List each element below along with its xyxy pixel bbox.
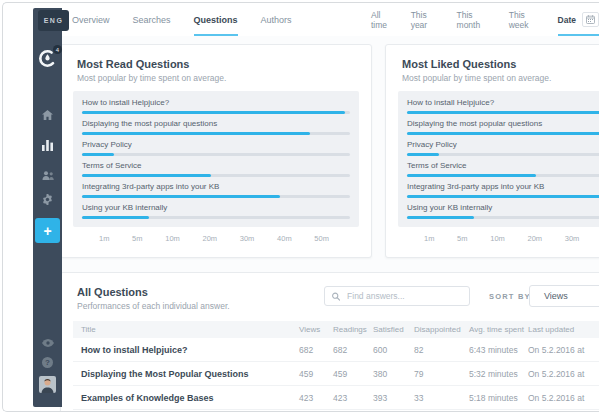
cell-disappointed: 79 — [414, 369, 469, 379]
chart-bar-label: Terms of Service — [82, 161, 350, 171]
sidebar-item-settings[interactable] — [33, 194, 62, 205]
settings-gear-icon — [42, 194, 53, 205]
column-header-title: Title — [81, 325, 299, 334]
chart-bar-track — [407, 111, 599, 114]
axis-tick-label: 20m — [528, 234, 543, 243]
chart-bar-item: Displaying the most popular questions — [407, 119, 599, 135]
add-button[interactable]: + — [35, 218, 60, 243]
card-title: Most Liked Questions — [402, 58, 599, 70]
chart-bar-track — [407, 132, 599, 135]
chart-bar — [407, 174, 536, 177]
axis-tick-label: 50m — [314, 234, 329, 243]
bar-chart: How to install Helpjuice?Displaying the … — [398, 91, 599, 227]
x-axis-ticks: 1m5m10m20m30m40m50m — [398, 234, 599, 243]
filter-this-year[interactable]: This year — [411, 3, 442, 36]
chart-bar-item: Displaying the most popular questions — [82, 119, 350, 135]
filter-date-group[interactable]: Date — [558, 3, 599, 36]
cell-views: 682 — [299, 345, 333, 355]
chart-bar — [407, 111, 599, 114]
avatar-photo — [39, 376, 56, 393]
chart-bar-item: Integrating 3rd-party apps into your KB — [407, 182, 599, 198]
cell-views: 423 — [299, 393, 333, 403]
sort-dropdown[interactable]: Views — [529, 285, 599, 307]
sidebar-item-analytics[interactable] — [33, 140, 62, 151]
chart-bar-label: Integrating 3rd-party apps into your KB — [82, 182, 350, 192]
chart-bar — [82, 174, 211, 177]
eye-icon — [42, 339, 54, 347]
card-header: Most Liked Questions Most popular by tim… — [386, 45, 599, 83]
chart-bar-item: Using your KB internally — [82, 203, 350, 219]
cell-readings: 459 — [333, 369, 373, 379]
most-liked-questions-card: Most Liked Questions Most popular by tim… — [385, 44, 599, 258]
cell-avg_time: 5:32 minutes — [469, 369, 528, 379]
tab-authors[interactable]: Authors — [261, 3, 292, 36]
cell-avg_time: 5:18 minutes — [469, 393, 528, 403]
notification-badge: 4 — [53, 45, 62, 54]
sidebar-item-home[interactable] — [33, 110, 62, 120]
cell-title[interactable]: Displaying the Most Popular Questions — [81, 369, 299, 379]
tab-overview[interactable]: Overview — [72, 3, 110, 36]
cell-last_updated: On 5.2.2016 at — [528, 393, 599, 403]
time-filters: All time This year This month This week … — [371, 3, 599, 36]
axis-tick-label: 30m — [565, 234, 580, 243]
chart-bar-track — [407, 153, 599, 156]
analytics-icon — [42, 140, 53, 151]
help-icon: ? — [42, 357, 53, 368]
cell-views: 459 — [299, 369, 333, 379]
table-row[interactable]: How to install Helpjuice?682682600826:43… — [73, 338, 599, 362]
calendar-icon — [586, 15, 595, 24]
user-avatar[interactable] — [33, 376, 62, 393]
chart-bar-track — [82, 174, 350, 177]
sidebar-item-users[interactable] — [33, 171, 62, 180]
chart-bar — [407, 132, 599, 135]
table-row[interactable]: Examples of Knowledge Bases423423393335:… — [73, 386, 599, 410]
chart-bar-track — [407, 195, 599, 198]
x-axis-ticks: 1m5m10m20m30m40m50m — [73, 234, 359, 243]
tab-searches[interactable]: Searches — [133, 3, 171, 36]
workspace-logo[interactable]: ENG — [38, 10, 69, 31]
date-picker-button[interactable] — [582, 12, 599, 27]
axis-tick-label: 10m — [165, 234, 180, 243]
chart-bar — [82, 195, 280, 198]
chart-bar-item: Using your KB internally — [407, 203, 599, 219]
column-header-disappointed: Disappointed — [414, 325, 469, 334]
column-header-readings: Readings — [333, 325, 373, 334]
axis-tick-label: 5m — [457, 234, 467, 243]
cell-last_updated: On 5.2.2016 at — [528, 345, 599, 355]
cell-disappointed: 82 — [414, 345, 469, 355]
filter-this-month[interactable]: This month — [457, 3, 494, 36]
axis-tick-label: 1m — [99, 234, 109, 243]
filter-this-week[interactable]: This week — [509, 3, 543, 36]
chart-bar-track — [82, 195, 350, 198]
chart-bar-label: Privacy Policy — [407, 140, 599, 150]
chart-bar-label: Using your KB internally — [407, 203, 599, 213]
sidebar-item-visibility[interactable] — [33, 339, 62, 347]
axis-tick-label: 20m — [203, 234, 218, 243]
cell-title[interactable]: How to install Helpjuice? — [81, 345, 299, 355]
bar-chart: How to install Helpjuice?Displaying the … — [73, 91, 359, 227]
chart-bar-track — [82, 132, 350, 135]
filter-date[interactable]: Date — [558, 15, 576, 25]
cell-avg_time: 6:43 minutes — [469, 345, 528, 355]
cell-title[interactable]: Examples of Knowledge Bases — [81, 393, 299, 403]
helpjuice-logo[interactable]: 4 — [33, 48, 62, 69]
filter-all-time[interactable]: All time — [371, 3, 396, 36]
chart-bar-label: Displaying the most popular questions — [407, 119, 599, 129]
chart-bar — [82, 132, 310, 135]
column-header-satisfied: Satisfied — [373, 325, 414, 334]
all-questions-card: All Questions Performances of each indiv… — [60, 272, 599, 412]
column-header-views: Views — [299, 325, 333, 334]
axis-tick-label: 40m — [277, 234, 292, 243]
chart-bar-label: Terms of Service — [407, 161, 599, 171]
search-icon — [332, 292, 340, 301]
column-header-last-updated: Last updated — [528, 325, 599, 334]
card-title: Most Read Questions — [77, 58, 355, 70]
card-subtitle: Most popular by time spent on average. — [77, 73, 355, 83]
search-input[interactable] — [345, 290, 462, 302]
cell-satisfied: 600 — [373, 345, 414, 355]
tab-questions[interactable]: Questions — [194, 3, 238, 36]
sidebar-item-help[interactable]: ? — [33, 357, 62, 368]
chart-bar-label: Using your KB internally — [82, 203, 350, 213]
table-row[interactable]: Displaying the Most Popular Questions459… — [73, 362, 599, 386]
search-box[interactable] — [324, 286, 470, 306]
